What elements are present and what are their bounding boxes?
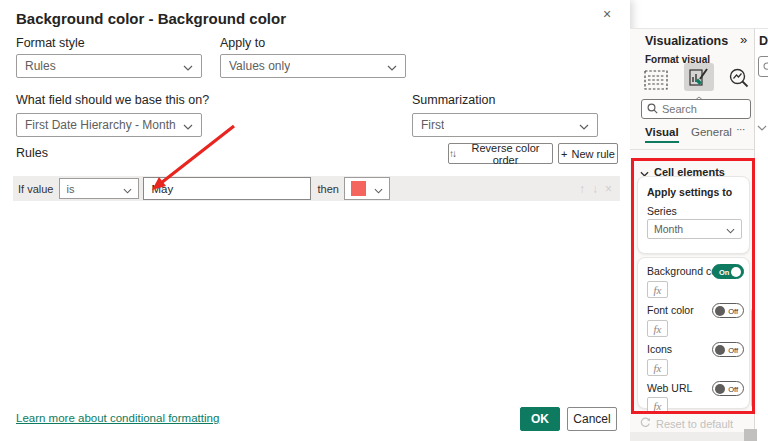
field-dropdown[interactable]: First Date Hierarchy - Month (16, 113, 202, 137)
scrollbar-corner[interactable] (744, 429, 757, 441)
reset-icon (640, 417, 651, 430)
apply-settings-card: Apply settings to Series Month (637, 176, 750, 254)
format-style-label: Format style (16, 36, 85, 50)
chevron-down-icon[interactable] (757, 117, 767, 135)
chevron-down-icon (726, 220, 735, 238)
toggle-knob (715, 384, 725, 394)
data-panel: D (754, 28, 768, 441)
format-visual-icon[interactable] (684, 63, 714, 91)
chevron-down-icon (183, 116, 193, 134)
dialog-title: Background color - Background color (16, 10, 286, 27)
data-search-box[interactable] (758, 56, 768, 77)
conditional-formatting-dialog: Background color - Background color × Fo… (0, 0, 630, 441)
cancel-button[interactable]: Cancel (567, 407, 617, 431)
cell-elements-settings-card: Background color On fx Font color Off fx… (637, 257, 750, 409)
web-url-fx-button[interactable]: fx (647, 397, 668, 414)
tab-visual[interactable]: Visual (645, 126, 679, 143)
apply-to-label: Apply to (220, 36, 265, 50)
series-label: Series (647, 205, 677, 217)
visualizations-title: Visualizations (645, 34, 728, 48)
rule-row: If value is then ↑ ↓ × (13, 176, 620, 201)
reverse-color-order-button[interactable]: ↑↓ Reverse color order (448, 143, 553, 164)
rule-operator-dropdown[interactable]: is (59, 178, 139, 199)
divider (630, 149, 754, 150)
ok-button[interactable]: OK (520, 407, 560, 431)
series-dropdown[interactable]: Month (647, 219, 742, 239)
color-swatch (351, 181, 366, 196)
apply-settings-title: Apply settings to (647, 186, 732, 198)
search-icon (763, 58, 768, 76)
panel-footer-bar (630, 432, 754, 441)
search-input[interactable] (662, 103, 740, 115)
icons-label: Icons (647, 343, 672, 355)
close-icon[interactable]: × (603, 7, 611, 21)
toggle-knob (715, 345, 725, 355)
toggle-knob (715, 306, 725, 316)
chevron-down-icon (183, 57, 193, 75)
then-label: then (317, 183, 338, 195)
reverse-order-icon: ↑↓ (449, 148, 455, 159)
field-label: What field should we base this on? (16, 93, 209, 107)
analytics-icon[interactable] (726, 65, 752, 91)
chevron-down-icon (123, 180, 132, 198)
icons-fx-button[interactable]: fx (647, 359, 668, 376)
plus-icon: + (561, 148, 567, 160)
powerbi-screen: Background color - Background color × Fo… (0, 0, 768, 441)
font-color-label: Font color (647, 304, 694, 316)
summarization-dropdown[interactable]: First (412, 113, 598, 137)
learn-more-link[interactable]: Learn more about conditional formatting (16, 412, 219, 424)
data-pane-title: D (759, 34, 768, 48)
icons-toggle[interactable]: Off (712, 342, 744, 357)
delete-rule-icon[interactable]: × (605, 182, 612, 196)
build-visual-icon[interactable] (642, 67, 670, 93)
web-url-toggle[interactable]: Off (712, 381, 744, 396)
chevron-down-icon (579, 116, 589, 134)
chevron-down-icon (374, 180, 383, 198)
background-color-fx-button[interactable]: fx (647, 281, 668, 298)
if-value-label: If value (18, 183, 53, 195)
more-options-icon[interactable]: ··· (736, 123, 745, 135)
rule-row-actions: ↑ ↓ × (579, 182, 612, 196)
new-rule-button[interactable]: + New rule (558, 143, 618, 164)
format-search-box[interactable] (641, 99, 751, 119)
summarization-label: Summarization (412, 93, 495, 107)
chevron-down-icon (387, 57, 397, 75)
visualizations-panel: Visualizations » Format visual (630, 28, 754, 441)
background-color-toggle[interactable]: On (712, 264, 744, 279)
move-down-icon[interactable]: ↓ (592, 182, 598, 196)
web-url-label: Web URL (647, 382, 692, 394)
collapse-pane-icon[interactable]: » (740, 32, 747, 47)
tab-general[interactable]: General (691, 126, 732, 138)
rules-section-label: Rules (16, 146, 48, 160)
font-color-fx-button[interactable]: fx (647, 320, 668, 337)
rule-value-input[interactable] (143, 177, 311, 200)
search-icon (647, 100, 658, 118)
reset-to-default-button[interactable]: Reset to default (640, 417, 733, 430)
move-up-icon[interactable]: ↑ (579, 182, 585, 196)
rule-color-dropdown[interactable] (344, 177, 390, 200)
apply-to-dropdown[interactable]: Values only (220, 54, 406, 78)
toggle-knob (731, 267, 741, 277)
font-color-toggle[interactable]: Off (712, 303, 744, 318)
format-style-dropdown[interactable]: Rules (16, 54, 202, 78)
